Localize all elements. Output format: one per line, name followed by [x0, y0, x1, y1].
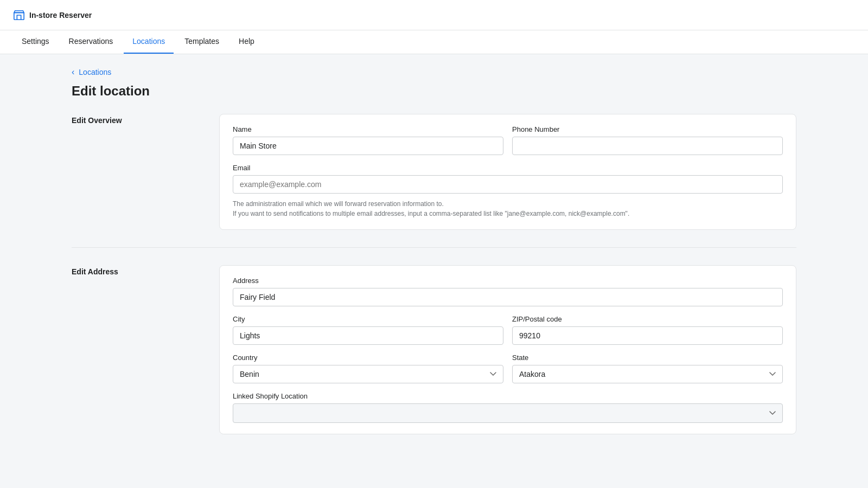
edit-address-card: Address City ZIP/Postal code Country — [219, 265, 796, 434]
edit-overview-label: Edit Overview — [72, 114, 202, 230]
nav-reservations[interactable]: Reservations — [60, 30, 122, 54]
linked-shopify-select[interactable] — [233, 403, 783, 423]
app-header: In-store Reserver — [0, 0, 868, 30]
email-label: Email — [233, 164, 783, 172]
linked-shopify-label: Linked Shopify Location — [233, 392, 783, 400]
address-label: Address — [233, 277, 783, 285]
nav-settings[interactable]: Settings — [13, 30, 58, 54]
email-hint-1: The administration email which we will f… — [233, 200, 444, 208]
name-group: Name — [233, 125, 503, 155]
page-title: Edit location — [72, 84, 796, 99]
breadcrumb-chevron: ‹ — [72, 67, 74, 77]
breadcrumb-label: Locations — [79, 68, 111, 76]
email-hint: The administration email which we will f… — [233, 199, 783, 219]
name-input[interactable] — [233, 137, 503, 155]
nav-help[interactable]: Help — [230, 30, 263, 54]
city-input[interactable] — [233, 326, 503, 345]
edit-overview-section: Edit Overview Name Phone Number Email Th… — [72, 114, 796, 248]
phone-group: Phone Number — [512, 125, 783, 155]
edit-address-label: Edit Address — [72, 265, 202, 434]
country-select[interactable]: Benin — [233, 365, 503, 383]
svg-rect-0 — [14, 12, 24, 20]
state-label: State — [512, 354, 783, 362]
city-label: City — [233, 315, 503, 323]
zip-group: ZIP/Postal code — [512, 315, 783, 345]
country-group: Country Benin — [233, 354, 503, 383]
email-input[interactable] — [233, 175, 783, 194]
phone-input[interactable] — [512, 137, 783, 155]
zip-input[interactable] — [512, 326, 783, 345]
store-icon — [13, 9, 25, 21]
zip-label: ZIP/Postal code — [512, 315, 783, 323]
edit-overview-card: Name Phone Number Email The administrati… — [219, 114, 796, 230]
linked-shopify-group: Linked Shopify Location — [233, 392, 783, 423]
country-label: Country — [233, 354, 503, 362]
city-group: City — [233, 315, 503, 345]
name-phone-row: Name Phone Number — [233, 125, 783, 155]
address-input[interactable] — [233, 288, 783, 306]
phone-label: Phone Number — [512, 125, 783, 133]
state-group: State Atakora — [512, 354, 783, 383]
page-content: ‹ Locations Edit location Edit Overview … — [54, 54, 814, 465]
address-group: Address — [233, 277, 783, 306]
nav-bar: Settings Reservations Locations Template… — [0, 30, 868, 54]
app-name: In-store Reserver — [29, 11, 92, 20]
email-hint-2: If you want to send notifications to mul… — [233, 210, 629, 217]
nav-templates[interactable]: Templates — [176, 30, 228, 54]
state-select[interactable]: Atakora — [512, 365, 783, 383]
nav-locations[interactable]: Locations — [124, 30, 174, 54]
breadcrumb[interactable]: ‹ Locations — [72, 67, 796, 77]
name-label: Name — [233, 125, 503, 133]
edit-address-section: Edit Address Address City ZIP/Postal cod… — [72, 265, 796, 434]
country-state-row: Country Benin State Atakora — [233, 354, 783, 383]
email-group: Email The administration email which we … — [233, 164, 783, 219]
city-zip-row: City ZIP/Postal code — [233, 315, 783, 345]
app-logo: In-store Reserver — [13, 9, 92, 21]
